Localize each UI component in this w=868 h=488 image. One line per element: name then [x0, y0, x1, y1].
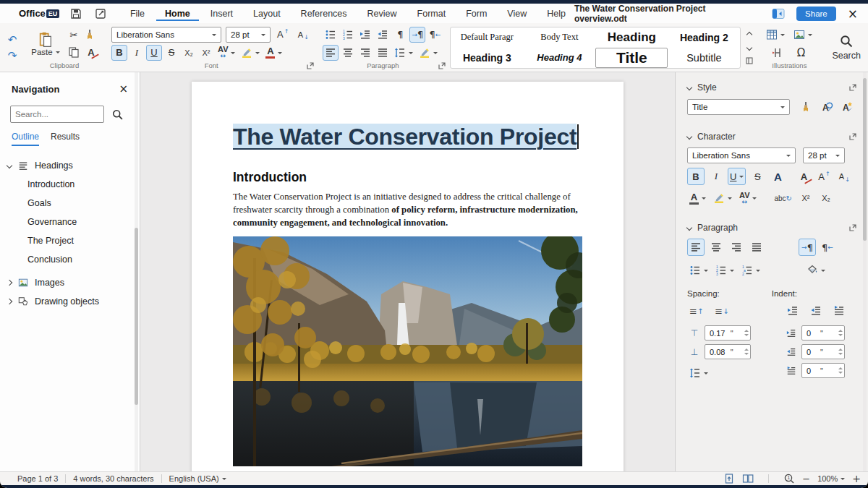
tree-item-introduction[interactable]: Introduction [0, 175, 140, 194]
clear-formatting-icon[interactable]: A [83, 44, 99, 60]
text-shadow-button[interactable]: A [769, 168, 786, 185]
chevron-right-icon[interactable] [7, 280, 12, 286]
highlight-color-button[interactable] [239, 45, 262, 61]
zoom-dialog-icon[interactable] [783, 473, 795, 484]
ribbon-search-button[interactable]: Search [822, 23, 868, 72]
collapse-paragraph-icon[interactable] [686, 225, 692, 231]
tree-item-the-project[interactable]: The Project [0, 231, 140, 250]
menu-help[interactable]: Help [538, 6, 574, 21]
paragraph-style-select[interactable]: Title [687, 99, 790, 115]
share-button[interactable]: Share [796, 7, 836, 21]
sidebar-strikethrough-button[interactable]: S [749, 168, 766, 185]
styles-scroll-down[interactable] [744, 42, 755, 53]
indent-after-field[interactable]: 0" [801, 344, 845, 359]
sidebar-align-center-icon[interactable] [707, 239, 725, 256]
style-subtitle[interactable]: Subtitle [668, 48, 740, 68]
paste-button[interactable]: Paste [29, 31, 62, 56]
paragraph-dialog-launcher[interactable] [438, 62, 446, 69]
paragraph-background-color-icon[interactable] [804, 262, 827, 279]
numbered-list-icon[interactable] [340, 27, 356, 43]
align-right-icon[interactable] [357, 45, 373, 61]
styles-scroll-up[interactable] [744, 29, 755, 40]
font-size-select[interactable]: 28 pt [226, 27, 271, 43]
pane-toggle-icon[interactable] [770, 7, 786, 21]
tree-item-conclusion[interactable]: Conclusion [0, 250, 140, 269]
style-heading4[interactable]: Heading 4 [523, 48, 595, 68]
sidebar-shrink-font-button[interactable]: A↓ [835, 168, 853, 185]
align-center-icon[interactable] [340, 45, 356, 61]
style-default-paragraph[interactable]: Default Paragr [451, 27, 523, 48]
indent-before-field[interactable]: 0" [801, 325, 845, 341]
style-title-selected[interactable]: Title [595, 48, 668, 68]
superscript-button[interactable]: X² [198, 45, 214, 61]
sidebar-character-spacing-button[interactable]: AV↔ [737, 189, 759, 207]
clone-formatting-icon[interactable] [799, 98, 816, 116]
tab-outline[interactable]: Outline [12, 132, 39, 146]
sidebar-font-color-button[interactable]: A [687, 189, 708, 207]
increase-indent-icon[interactable] [357, 27, 373, 43]
style-heading2[interactable]: Heading 2 [668, 27, 740, 48]
sidebar-bold-button[interactable]: B [687, 168, 705, 185]
bold-button[interactable]: B [111, 45, 127, 61]
character-spacing-button[interactable]: AV↔ [216, 45, 237, 61]
rtl-paragraph-icon[interactable]: ¶← [427, 27, 443, 43]
style-heading3[interactable]: Heading 3 [451, 48, 523, 68]
sidebar-align-justify-icon[interactable] [748, 239, 765, 256]
sidebar-align-right-icon[interactable] [728, 239, 745, 256]
tab-results[interactable]: Results [51, 132, 80, 146]
edit-mode-icon[interactable] [93, 7, 109, 21]
sidebar-highlight-color-button[interactable] [711, 189, 734, 207]
collapse-style-icon[interactable] [686, 85, 692, 90]
sidebar-font-size-select[interactable]: 28 pt [803, 147, 845, 163]
new-style-icon[interactable] [839, 98, 856, 116]
sidebar-first-line-indent-icon[interactable] [830, 302, 848, 320]
indent-first-line-field[interactable]: 0" [801, 363, 845, 378]
spacing-above-field[interactable]: 0.17" [705, 325, 751, 341]
language-selector[interactable]: English (USA) [169, 474, 226, 483]
sidebar-scrollbar[interactable] [863, 72, 867, 471]
paragraph-dialog-launcher[interactable] [849, 224, 856, 231]
special-character-icon[interactable]: Ω [793, 45, 809, 61]
line-spacing-icon[interactable] [392, 45, 415, 61]
sidebar-rtl-icon[interactable]: ¶← [819, 239, 836, 256]
underline-button[interactable]: U [146, 45, 162, 61]
shrink-font-button[interactable]: A↓ [295, 27, 311, 43]
sidebar-align-left-icon[interactable] [687, 239, 705, 256]
styles-expand-gallery[interactable] [744, 55, 755, 67]
document-section-heading[interactable]: Introduction [233, 170, 307, 185]
font-dialog-launcher[interactable] [307, 62, 314, 69]
grow-font-button[interactable]: A↑ [275, 27, 291, 43]
spacing-below-field[interactable]: 0.08" [705, 344, 751, 359]
update-style-icon[interactable] [819, 98, 836, 116]
menu-references[interactable]: References [292, 6, 356, 21]
document-body-paragraph[interactable]: The Water Conservation Project is an ini… [233, 190, 600, 229]
tree-item-governance[interactable]: Governance [0, 213, 140, 231]
save-icon[interactable] [68, 7, 84, 21]
font-name-select[interactable]: Liberation Sans [111, 27, 221, 43]
sidebar-font-name-select[interactable]: Liberation Sans [687, 147, 796, 163]
bullet-list-icon[interactable] [323, 27, 339, 43]
chevron-down-icon[interactable] [7, 163, 12, 168]
sidebar-bullet-list-icon[interactable] [687, 262, 710, 279]
insert-table-icon[interactable] [764, 27, 787, 43]
subscript-button[interactable]: X₂ [181, 45, 197, 61]
multi-page-view-icon[interactable] [742, 473, 754, 484]
zoom-out-button[interactable]: − [802, 474, 810, 484]
menu-insert[interactable]: Insert [202, 6, 242, 21]
navigation-scrollbar[interactable] [135, 72, 138, 471]
tree-item-goals[interactable]: Goals [0, 194, 140, 213]
copy-icon[interactable] [66, 44, 82, 60]
change-case-button[interactable]: abc↻ [772, 189, 794, 207]
sidebar-numbered-list-icon[interactable] [713, 262, 736, 279]
collapse-character-icon[interactable] [686, 134, 692, 140]
sidebar-subscript-button[interactable]: X₂ [817, 189, 835, 207]
menu-form[interactable]: Form [457, 6, 495, 21]
close-window-button[interactable]: × [848, 7, 858, 21]
menu-view[interactable]: View [498, 6, 535, 21]
align-justify-icon[interactable] [375, 45, 391, 61]
zoom-in-button[interactable]: + [852, 473, 861, 484]
insert-bookmark-icon[interactable] [770, 45, 786, 61]
single-page-view-icon[interactable] [723, 473, 735, 484]
style-section-header[interactable]: Style [687, 82, 856, 93]
decrease-indent-icon[interactable] [375, 27, 391, 43]
